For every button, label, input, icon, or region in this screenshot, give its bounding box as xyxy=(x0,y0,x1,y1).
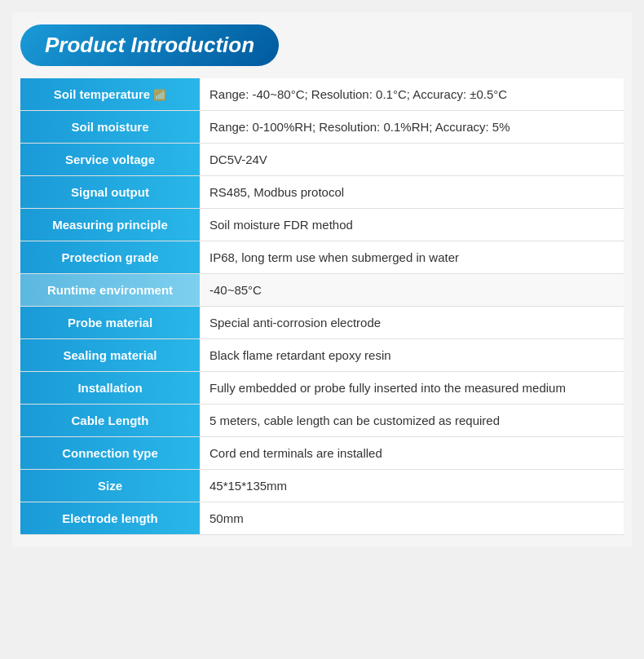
table-row: Signal outputRS485, Modbus protocol xyxy=(20,176,624,209)
title-container: Product Introduction xyxy=(20,24,624,66)
spec-label: Installation xyxy=(20,372,200,405)
spec-label: Probe material xyxy=(20,307,200,339)
spec-label: Service voltage xyxy=(20,144,200,176)
spec-label: Soil moisture xyxy=(20,111,200,144)
spec-value: Black flame retardant epoxy resin xyxy=(200,339,624,372)
spec-table: Soil temperature 📶Range: -40~80°C; Resol… xyxy=(20,78,624,535)
table-row: Runtime environment-40~85°C xyxy=(20,274,624,307)
table-row: InstallationFully embedded or probe full… xyxy=(20,372,624,405)
table-row: Service voltageDC5V-24V xyxy=(20,144,624,176)
table-row: Cable Length5 meters, cable length can b… xyxy=(20,405,624,437)
spec-label: Size xyxy=(20,470,200,502)
wifi-icon: 📶 xyxy=(153,89,166,101)
spec-label: Connection type xyxy=(20,437,200,470)
spec-value: Range: 0-100%RH; Resolution: 0.1%RH; Acc… xyxy=(200,111,624,144)
table-row: Soil temperature 📶Range: -40~80°C; Resol… xyxy=(20,78,624,111)
spec-value: IP68, long term use when submerged in wa… xyxy=(200,241,624,274)
table-row: Probe materialSpecial anti-corrosion ele… xyxy=(20,307,624,339)
spec-label: Protection grade xyxy=(20,241,200,274)
spec-value: RS485, Modbus protocol xyxy=(200,176,624,209)
spec-label: Sealing material xyxy=(20,339,200,372)
table-wrapper: NiuBoL NiuBoL NiuBoL Soil temperature 📶R… xyxy=(20,78,624,535)
spec-value: DC5V-24V xyxy=(200,144,624,176)
table-row: Size45*15*135mm xyxy=(20,470,624,502)
spec-value: Special anti-corrosion electrode xyxy=(200,307,624,339)
spec-label: Measuring principle xyxy=(20,209,200,241)
spec-label: Runtime environment xyxy=(20,274,200,307)
title-badge: Product Introduction xyxy=(20,24,279,66)
spec-value: Range: -40~80°C; Resolution: 0.1°C; Accu… xyxy=(200,78,624,111)
spec-value: Soil moisture FDR method xyxy=(200,209,624,241)
table-row: Protection gradeIP68, long term use when… xyxy=(20,241,624,274)
spec-label: Electrode length xyxy=(20,502,200,535)
spec-value: Cord end terminals are installed xyxy=(200,437,624,470)
page-title: Product Introduction xyxy=(45,33,254,57)
spec-value: 45*15*135mm xyxy=(200,470,624,502)
table-row: Connection typeCord end terminals are in… xyxy=(20,437,624,470)
table-row: Soil moistureRange: 0-100%RH; Resolution… xyxy=(20,111,624,144)
spec-value: 50mm xyxy=(200,502,624,535)
page-container: Product Introduction NiuBoL NiuBoL NiuBo… xyxy=(12,12,632,547)
spec-label: Signal output xyxy=(20,176,200,209)
table-row: Electrode length50mm xyxy=(20,502,624,535)
table-row: Measuring principleSoil moisture FDR met… xyxy=(20,209,624,241)
spec-value: Fully embedded or probe fully inserted i… xyxy=(200,372,624,405)
spec-value: -40~85°C xyxy=(200,274,624,307)
spec-value: 5 meters, cable length can be customized… xyxy=(200,405,624,437)
spec-label: Soil temperature 📶 xyxy=(20,78,200,111)
table-row: Sealing materialBlack flame retardant ep… xyxy=(20,339,624,372)
spec-label: Cable Length xyxy=(20,405,200,437)
